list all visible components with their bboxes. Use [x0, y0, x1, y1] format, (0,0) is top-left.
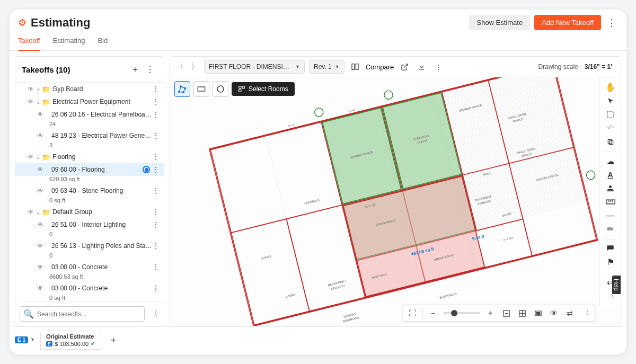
download-icon[interactable] [415, 60, 428, 73]
takeoff-row[interactable]: 👁 26 06 20.16 - Electrical Panelboard Sc… [15, 108, 164, 121]
svg-rect-18 [607, 190, 614, 191]
zoom-out-icon[interactable]: − [427, 307, 439, 319]
show-estimate-button[interactable]: Show Estimate [469, 15, 530, 30]
row-more-icon[interactable]: ⋮ [152, 242, 161, 250]
pan-tool-icon[interactable]: ✋ [603, 81, 619, 94]
prev-sheet-icon[interactable]: 〈 [174, 62, 185, 72]
takeoff-row[interactable]: 👁 03 00 00 - Concrete ⋮ [15, 261, 164, 273]
collapse-sidebar-icon[interactable]: 〈 [148, 308, 160, 319]
ruler-icon[interactable] [603, 196, 619, 208]
stamp-icon[interactable] [603, 182, 619, 195]
estimate-chip[interactable]: E 1 [15, 336, 28, 343]
line-tool-icon[interactable]: — [603, 209, 619, 222]
row-more-icon[interactable]: ⋮ [152, 284, 161, 292]
help-tab[interactable]: Help [612, 276, 621, 294]
takeoff-row[interactable]: 👁 09 60 00 - Flooring ⋮ [15, 163, 164, 176]
next-sheet-icon[interactable]: 〉 [189, 62, 200, 72]
comment-icon[interactable] [603, 242, 619, 255]
zoom-in-icon[interactable]: ＋ [484, 307, 496, 319]
row-more-icon[interactable]: ⋮ [152, 110, 161, 119]
rotate-icon[interactable]: ⇄ [564, 307, 576, 319]
fit-width-icon[interactable] [500, 307, 512, 319]
tab-bid[interactable]: Bid [98, 33, 108, 50]
header-more-icon[interactable]: ⋮ [605, 17, 618, 29]
takeoff-row[interactable]: 👁 48 19 23 - Electrical Power Generation… [15, 129, 164, 142]
zoom-slider[interactable] [443, 312, 480, 314]
polygon-tool-button[interactable] [174, 81, 190, 97]
visibility-icon[interactable]: 👁 [37, 187, 44, 194]
visibility-icon[interactable]: 👁 [548, 307, 560, 319]
visibility-icon[interactable]: 👁 [27, 208, 34, 216]
sheet-dropdown[interactable]: FIRST FLOOR - DIMENSION PLAN - ... ▼ [204, 60, 305, 74]
add-takeoff-icon[interactable]: ＋ [128, 62, 143, 77]
workspace: Takeoffs (10) ＋ ⋮ 👁 › 📁 Gyp Board ⋮👁 ⌄ 📁… [10, 51, 626, 326]
floor-plan-canvas[interactable]: SHARED OFFICE EXECUTIVEOFFICE SHARED OFF… [170, 77, 621, 326]
select-box-icon[interactable] [603, 108, 619, 121]
row-more-icon[interactable]: ⋮ [152, 263, 161, 271]
row-more-icon[interactable]: ⋮ [152, 187, 161, 195]
compare-label[interactable]: Compare [366, 63, 394, 71]
caret-icon[interactable]: › [34, 86, 42, 92]
takeoff-row[interactable]: 👁 26 51 00 - Interior Lighting ⋮ [15, 218, 164, 231]
revision-dropdown[interactable]: Rev. 1 ▼ [309, 60, 344, 74]
group-row[interactable]: 👁 › 📁 Gyp Board ⋮ [15, 83, 164, 95]
row-more-icon[interactable]: ⋮ [152, 220, 161, 229]
svg-point-4 [179, 91, 180, 93]
search-input[interactable] [37, 310, 141, 318]
circle-tool-button[interactable] [213, 81, 228, 97]
pencil-icon[interactable]: ✏ [603, 223, 619, 236]
visibility-icon[interactable]: 👁 [37, 242, 44, 250]
visibility-icon[interactable]: 👁 [27, 98, 34, 105]
estimate-tab[interactable]: Original Estimate E $ 103,500.00 ✔ [40, 331, 101, 350]
add-estimate-tab-button[interactable]: ＋ [107, 333, 120, 347]
shape-toolbar: Select Rooms [174, 81, 295, 97]
selected-radio[interactable] [143, 166, 150, 173]
row-more-icon[interactable]: ⋮ [152, 208, 161, 216]
takeoff-row[interactable]: 👁 09 63 40 - Stone Flooring ⋮ [15, 184, 164, 197]
search-box[interactable]: 🔍 [20, 306, 145, 322]
tab-takeoff[interactable]: Takeoff [18, 33, 40, 51]
visibility-icon[interactable]: 👁 [37, 166, 44, 173]
visibility-icon[interactable]: 👁 [37, 221, 44, 228]
group-row[interactable]: 👁 ⌄ 📁 Electrical Power Equipment ⋮ [15, 95, 164, 108]
add-new-takeoff-button[interactable]: Add New Takeoff [534, 15, 601, 30]
visibility-icon[interactable]: 👁 [37, 111, 44, 118]
takeoff-row[interactable]: 👁 26 56 13 - Lighting Poles and Standard… [15, 239, 164, 252]
pointer-tool-icon[interactable] [603, 95, 619, 108]
svg-line-45 [286, 219, 310, 312]
row-more-icon[interactable]: ⋮ [152, 165, 161, 174]
group-row[interactable]: 👁 ⌄ 📁 Flooring ⋮ [15, 150, 164, 163]
visibility-icon[interactable]: 👁 [27, 153, 34, 161]
grid-icon[interactable] [516, 307, 528, 319]
visibility-icon[interactable]: 👁 [37, 132, 44, 139]
row-more-icon[interactable]: ⋮ [152, 85, 161, 93]
collapse-bottom-icon[interactable]: 〈 [580, 307, 591, 319]
row-more-icon[interactable]: ⋮ [152, 131, 161, 140]
chevron-down-icon[interactable]: ▼ [30, 337, 35, 342]
caret-icon[interactable]: ⌄ [34, 154, 42, 160]
tab-estimating[interactable]: Estimating [53, 33, 85, 50]
flag-icon[interactable]: ⚑ [603, 256, 619, 269]
visibility-icon[interactable]: 👁 [37, 263, 44, 271]
fit-page-icon[interactable] [532, 307, 544, 319]
open-external-icon[interactable] [398, 60, 411, 73]
takeoff-row[interactable]: 👁 03 00 00 - Concrete ⋮ [15, 282, 164, 295]
undo-icon[interactable]: ↶ [603, 122, 619, 135]
caret-icon[interactable]: ⌄ [34, 99, 42, 105]
group-row[interactable]: 👁 ⌄ 📁 Default Group ⋮ [15, 206, 164, 218]
select-rooms-button[interactable]: Select Rooms [232, 82, 295, 96]
cloud-icon[interactable]: ☁ [603, 155, 619, 167]
compare-icon[interactable] [349, 60, 361, 73]
search-icon: 🔍 [23, 309, 34, 319]
canvas-more-icon[interactable]: ⋮ [432, 60, 445, 73]
visibility-icon[interactable]: 👁 [37, 285, 44, 292]
caret-icon[interactable]: ⌄ [34, 209, 42, 215]
rectangle-tool-button[interactable] [193, 81, 209, 97]
visibility-icon[interactable]: 👁 [27, 85, 34, 93]
text-tool-icon[interactable]: A [603, 168, 619, 181]
sidebar-more-icon[interactable]: ⋮ [143, 62, 157, 77]
fullscreen-icon[interactable]: ⛶ [407, 307, 418, 319]
copy-icon[interactable] [603, 136, 619, 148]
row-more-icon[interactable]: ⋮ [152, 153, 161, 161]
row-more-icon[interactable]: ⋮ [152, 97, 161, 106]
